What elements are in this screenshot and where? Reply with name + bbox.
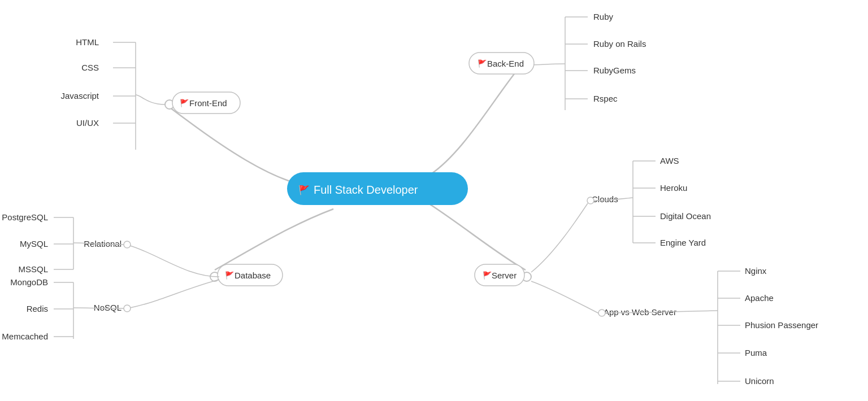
leaf-mysql: MySQL	[20, 239, 48, 249]
leaf-nginx: Nginx	[745, 266, 767, 276]
leaf-javascript: Javascript	[60, 91, 99, 101]
svg-point-19	[124, 241, 131, 248]
leaf-unicorn: Unicorn	[745, 376, 774, 386]
leaf-mssql: MSSQL	[18, 264, 48, 274]
leaf-uiux: UI/UX	[76, 118, 99, 128]
svg-point-24	[124, 305, 131, 312]
leaf-apache: Apache	[745, 293, 774, 303]
database-label: Database	[235, 271, 271, 280]
leaf-engine-yard: Engine Yard	[660, 238, 706, 247]
leaf-css: CSS	[81, 63, 99, 72]
svg-text:🚩: 🚩	[478, 59, 487, 68]
center-label: Full Stack Developer	[314, 184, 418, 196]
svg-text:🚩: 🚩	[298, 185, 310, 195]
svg-text:🚩: 🚩	[225, 271, 235, 280]
leaf-ruby: Ruby	[593, 12, 614, 21]
leaf-postgresql: PostgreSQL	[2, 212, 48, 222]
leaf-html: HTML	[76, 37, 99, 47]
leaf-puma: Puma	[745, 348, 767, 358]
leaf-aws: AWS	[660, 156, 679, 165]
leaf-rails: Ruby on Rails	[593, 39, 646, 49]
leaf-memcached: Memcached	[2, 332, 48, 341]
svg-point-32	[587, 197, 594, 204]
server-label: Server	[492, 271, 517, 280]
leaf-mongodb: MongoDB	[10, 277, 48, 287]
leaf-rubygems: RubyGems	[593, 66, 636, 75]
leaf-redis: Redis	[27, 304, 48, 313]
svg-point-38	[598, 310, 605, 316]
nosql-label: NoSQL	[94, 303, 121, 312]
leaf-rspec: Rspec	[593, 94, 618, 103]
leaf-phusion: Phusion Passenger	[745, 320, 818, 330]
leaf-heroku: Heroku	[660, 183, 687, 193]
svg-text:🚩: 🚩	[483, 271, 492, 280]
leaf-digital-ocean: Digital Ocean	[660, 211, 711, 221]
backend-label: Back-End	[487, 59, 524, 68]
svg-text:🚩: 🚩	[180, 98, 189, 108]
clouds-label: Clouds	[592, 194, 618, 204]
frontend-label: Front-End	[189, 98, 227, 108]
